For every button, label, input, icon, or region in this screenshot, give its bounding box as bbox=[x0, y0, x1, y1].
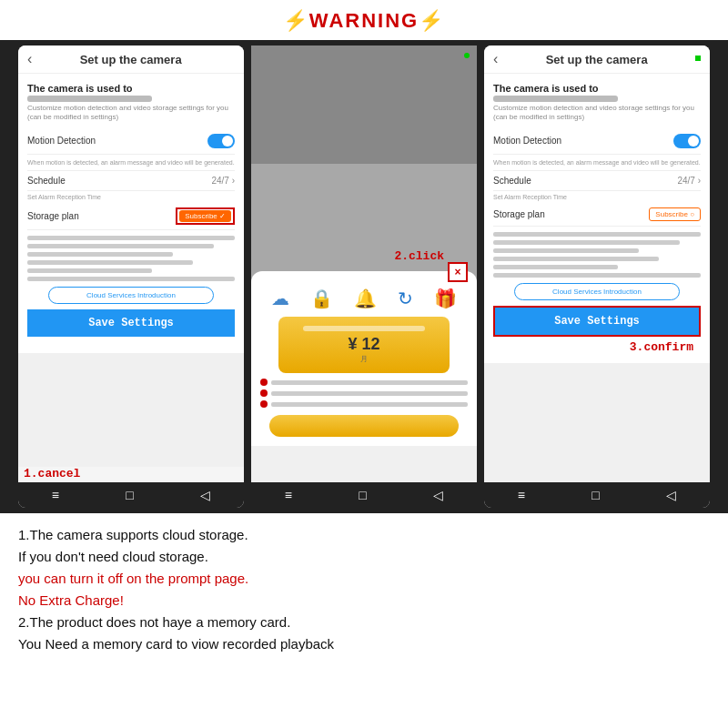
storage-row: Storage plan Subscribe ✓ bbox=[27, 203, 235, 230]
save-settings-button-right[interactable]: Save Settings bbox=[493, 306, 701, 337]
right-motion-detection-row: Motion Detection bbox=[493, 128, 701, 155]
storage-label: Storage plan bbox=[27, 211, 79, 221]
popup-line-3 bbox=[271, 402, 468, 407]
confirm-label: 3.confirm bbox=[493, 340, 701, 354]
left-back-arrow[interactable]: ‹ bbox=[27, 51, 32, 67]
middle-navbar: ≡ □ ◁ bbox=[251, 482, 477, 508]
info-line-3-red: you can turn it off on the prompt page. bbox=[18, 568, 710, 590]
info-line-6: You Need a memory card to viow recorded … bbox=[18, 633, 710, 655]
right-motion-detection-label: Motion Detection bbox=[493, 136, 561, 146]
cancel-label: 1.cancel bbox=[24, 467, 244, 480]
info-line-2: If you don't need cloud storage. bbox=[18, 546, 710, 568]
click-label: 2.click bbox=[394, 249, 444, 263]
left-navbar: ≡ □ ◁ bbox=[18, 482, 244, 508]
left-blurred-lines bbox=[27, 236, 235, 281]
right-storage-row: Storage plan Subscribe ○ bbox=[493, 203, 701, 227]
schedule-value: 24/7 › bbox=[211, 176, 235, 186]
price-box: ¥ 12 月 bbox=[278, 317, 450, 373]
close-icon: × bbox=[454, 266, 460, 278]
phone-left: ‹ Set up the camera The camera is used t… bbox=[18, 46, 244, 508]
info-section: 1.The camera supports cloud storage. If … bbox=[0, 513, 728, 664]
red-dot-1 bbox=[260, 379, 268, 386]
save-settings-button-left[interactable]: Save Settings bbox=[27, 309, 235, 337]
right-schedule-row[interactable]: Schedule 24/7 › bbox=[493, 170, 701, 191]
info-line-1: 1.The camera supports cloud storage. bbox=[18, 524, 710, 546]
mid-nav-home[interactable]: □ bbox=[359, 488, 366, 502]
schedule-label: Schedule bbox=[27, 176, 66, 186]
popup-overlay: × 2.click ☁ 🔒 🔔 ↻ 🎁 ¥ 1 bbox=[251, 164, 477, 446]
phone-right: ‹ Set up the camera The camera is used t… bbox=[484, 46, 710, 508]
cloud-intro-button-left[interactable]: Cloud Services Introduction bbox=[48, 287, 214, 304]
red-dot-2 bbox=[260, 389, 268, 397]
popup-line-1 bbox=[271, 380, 468, 385]
right-topbar: ‹ Set up the camera bbox=[484, 46, 710, 74]
lightning-left-icon: ⚡ bbox=[283, 9, 309, 32]
popup-row-2 bbox=[260, 389, 468, 397]
right-storage-label: Storage plan bbox=[493, 209, 545, 219]
mid-nav-back[interactable]: ◁ bbox=[433, 488, 443, 502]
popup-icons-row: ☁ 🔒 🔔 ↻ 🎁 bbox=[260, 288, 468, 309]
right-camera-used-title: The camera is used to bbox=[493, 83, 701, 94]
price-sub: 月 bbox=[288, 354, 440, 364]
camera-preview bbox=[251, 46, 477, 164]
gift-icon: 🎁 bbox=[434, 288, 457, 309]
right-settings-panel: The camera is used to Customize motion d… bbox=[484, 74, 710, 363]
right-phone-content: The camera is used to Customize motion d… bbox=[484, 74, 710, 482]
right-subtitle: Customize motion detection and video sto… bbox=[493, 104, 701, 123]
camera-used-blurred bbox=[27, 96, 152, 102]
lightning-right-icon: ⚡ bbox=[419, 9, 445, 32]
refresh-icon: ↻ bbox=[398, 288, 413, 309]
price-blurred-label bbox=[303, 326, 425, 331]
motion-detection-label: Motion Detection bbox=[27, 136, 96, 146]
green-dot-indicator bbox=[464, 53, 470, 58]
when-motion-text: When motion is detected, an alarm messag… bbox=[27, 158, 235, 167]
info-line-5: 2.The product does not haye a memory car… bbox=[18, 612, 710, 633]
price-value: ¥ 12 bbox=[288, 335, 440, 354]
left-topbar-title: Set up the camera bbox=[41, 53, 220, 66]
popup-line-2 bbox=[271, 391, 468, 396]
subscribe-outline-button-right[interactable]: Subscribe ○ bbox=[649, 207, 701, 221]
alert-icon: 🔔 bbox=[354, 288, 377, 309]
phone-middle: × 2.click ☁ 🔒 🔔 ↻ 🎁 ¥ 1 bbox=[251, 46, 477, 508]
right-topbar-title: Set up the camera bbox=[507, 53, 686, 66]
right-back-arrow[interactable]: ‹ bbox=[493, 51, 498, 67]
left-subtitle: Customize motion detection and video sto… bbox=[27, 104, 235, 123]
left-phone-content: The camera is used to Customize motion d… bbox=[18, 74, 244, 467]
left-nav-menu[interactable]: ≡ bbox=[52, 488, 59, 502]
right-camera-used-blurred bbox=[493, 96, 618, 102]
right-navbar: ≡ □ ◁ bbox=[484, 482, 710, 508]
mid-nav-menu[interactable]: ≡ bbox=[285, 488, 292, 502]
right-schedule-label: Schedule bbox=[493, 176, 531, 186]
warning-label: WARNING bbox=[309, 9, 419, 32]
warning-header: ⚡WARNING⚡ bbox=[0, 0, 728, 40]
right-nav-home[interactable]: □ bbox=[592, 488, 599, 502]
left-nav-back[interactable]: ◁ bbox=[200, 488, 210, 502]
camera-used-title: The camera is used to bbox=[27, 83, 235, 94]
right-nav-back[interactable]: ◁ bbox=[666, 488, 676, 502]
right-blurred-lines bbox=[493, 232, 701, 278]
motion-detection-toggle[interactable] bbox=[207, 134, 235, 148]
right-nav-menu[interactable]: ≡ bbox=[518, 488, 525, 502]
right-schedule-value: 24/7 › bbox=[677, 176, 701, 186]
left-topbar: ‹ Set up the camera bbox=[18, 46, 244, 74]
alarm-label: Set Alarm Reception Time bbox=[27, 194, 235, 200]
red-dot-3 bbox=[260, 400, 268, 408]
popup-gold-button[interactable] bbox=[269, 415, 459, 437]
cloud-intro-button-right[interactable]: Cloud Services Introduction bbox=[514, 283, 680, 300]
info-line-4-red: No Extra Charge! bbox=[18, 590, 710, 612]
subscribe-button-left[interactable]: Subscribe ✓ bbox=[179, 210, 231, 222]
motion-detection-row: Motion Detection bbox=[27, 128, 235, 155]
popup-sheet: × 2.click ☁ 🔒 🔔 ↻ 🎁 ¥ 1 bbox=[251, 271, 477, 446]
popup-row-3 bbox=[260, 400, 468, 408]
left-settings-panel: The camera is used to Customize motion d… bbox=[18, 74, 244, 353]
right-motion-detection-toggle[interactable] bbox=[673, 134, 701, 148]
left-nav-home[interactable]: □ bbox=[126, 488, 133, 502]
right-alarm-label: Set Alarm Reception Time bbox=[493, 194, 701, 200]
screenshots-row: ‹ Set up the camera The camera is used t… bbox=[0, 40, 728, 513]
lock-icon: 🔒 bbox=[310, 288, 333, 309]
right-when-motion-text: When motion is detected, an alarm messag… bbox=[493, 158, 701, 167]
popup-blurred-rows bbox=[260, 379, 468, 408]
schedule-row[interactable]: Schedule 24/7 › bbox=[27, 170, 235, 191]
cloud-icon: ☁ bbox=[271, 288, 289, 309]
close-button[interactable]: × bbox=[448, 262, 468, 282]
